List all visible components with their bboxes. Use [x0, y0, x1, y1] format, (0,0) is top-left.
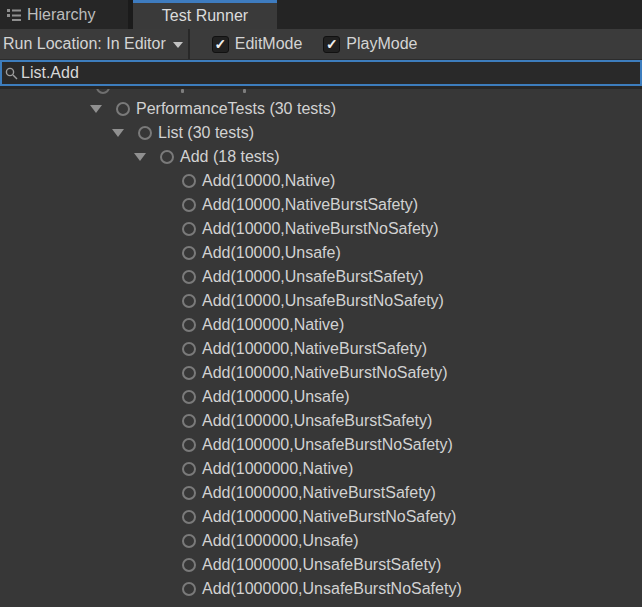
tree-node-label: Add(1000000,Native)	[202, 460, 353, 478]
tree-node-label: Add(10000,Native)	[202, 172, 335, 190]
test-status-circle-icon	[182, 462, 196, 476]
test-status-circle-icon	[116, 102, 130, 116]
search-icon	[5, 67, 18, 80]
tree-node-label: Add(100000,Native)	[202, 316, 344, 334]
test-tree[interactable]: PerformanceTests (30 tests) List (30 tes…	[0, 86, 642, 607]
editmode-toggle[interactable]: ✓ EditMode	[212, 35, 303, 53]
test-status-circle-icon	[182, 198, 196, 212]
triangle-down-icon[interactable]	[90, 105, 102, 113]
tree-node-label: Add(100000,NativeBurstSafety)	[202, 340, 427, 358]
foldout-container[interactable]	[133, 153, 147, 161]
tree-node-label: Add(100000,Unsafe)	[202, 388, 350, 406]
test-status-circle-icon	[182, 534, 196, 548]
tree-row[interactable]: Add(100000,UnsafeBurstSafety)	[0, 409, 642, 433]
tree-row[interactable]: Add(1000000,UnsafeBurstNoSafety)	[0, 577, 642, 601]
tree-row[interactable]: Add(100000,Native)	[0, 313, 642, 337]
tab-test-runner[interactable]: Test Runner	[133, 0, 277, 29]
tree-node-label: Add(10000,Unsafe)	[202, 244, 341, 262]
editmode-label: EditMode	[235, 35, 303, 53]
tree-row[interactable]: Add(10000,UnsafeBurstSafety)	[0, 265, 642, 289]
search-input-value: List.Add	[21, 64, 79, 82]
toolbar-divider	[188, 29, 190, 59]
playmode-toggle[interactable]: ✓ PlayMode	[323, 35, 417, 53]
test-runner-toolbar: Run Location: In Editor ✓ EditMode ✓ Pla…	[0, 29, 642, 59]
tree-node-label: Add(1000000,NativeBurstSafety)	[202, 484, 436, 502]
test-status-circle-icon	[182, 318, 196, 332]
triangle-down-icon[interactable]	[134, 153, 146, 161]
tree-row[interactable]: Add(10000,Unsafe)	[0, 241, 642, 265]
tab-hierarchy-label: Hierarchy	[27, 6, 95, 24]
tree-node-label: Add(100000,NativeBurstNoSafety)	[202, 364, 447, 382]
run-location-label: Run Location: In Editor	[3, 35, 166, 53]
test-status-circle-icon	[160, 150, 174, 164]
tree-row[interactable]: Add(10000,UnsafeBurstNoSafety)	[0, 289, 642, 313]
tree-row[interactable]: PerformanceTests (30 tests)	[0, 97, 642, 121]
tree-row[interactable]: Add(100000,NativeBurstNoSafety)	[0, 361, 642, 385]
tree-row[interactable]: Add(10000,NativeBurstNoSafety)	[0, 217, 642, 241]
triangle-down-icon[interactable]	[112, 129, 124, 137]
tree-node-label: Add (18 tests)	[180, 148, 280, 166]
checkmark-icon: ✓	[326, 37, 338, 51]
tree-node-label: Add(1000000,Unsafe)	[202, 532, 359, 550]
tree-node-label: Add(10000,NativeBurstNoSafety)	[202, 220, 439, 238]
clipped-row-status-icon	[96, 86, 110, 94]
test-status-circle-icon	[182, 174, 196, 188]
tree-row[interactable]: Add(1000000,NativeBurstNoSafety)	[0, 505, 642, 529]
tree-node-label: Add(100000,UnsafeBurstNoSafety)	[202, 436, 453, 454]
foldout-container[interactable]	[111, 129, 125, 137]
test-status-circle-icon	[182, 414, 196, 428]
tree-row[interactable]: Add(10000,NativeBurstSafety)	[0, 193, 642, 217]
test-status-circle-icon	[182, 294, 196, 308]
test-status-circle-icon	[182, 270, 196, 284]
test-status-circle-icon	[182, 366, 196, 380]
tree-rows: PerformanceTests (30 tests) List (30 tes…	[0, 97, 642, 601]
tree-row[interactable]: Add(1000000,UnsafeBurstSafety)	[0, 553, 642, 577]
tree-node-label: Add(1000000,NativeBurstNoSafety)	[202, 508, 456, 526]
hierarchy-list-icon	[7, 8, 21, 21]
test-status-circle-icon	[182, 558, 196, 572]
tree-row[interactable]: Add(100000,NativeBurstSafety)	[0, 337, 642, 361]
caret-down-icon	[173, 42, 183, 48]
tree-row[interactable]: List (30 tests)	[0, 121, 642, 145]
test-status-circle-icon	[182, 222, 196, 236]
tree-node-label: Add(10000,UnsafeBurstNoSafety)	[202, 292, 444, 310]
test-status-circle-icon	[182, 390, 196, 404]
tree-node-label: Add(10000,NativeBurstSafety)	[202, 196, 418, 214]
test-status-circle-icon	[182, 486, 196, 500]
tree-node-label: Add(10000,UnsafeBurstSafety)	[202, 268, 423, 286]
run-location-dropdown[interactable]: Run Location: In Editor	[0, 35, 183, 53]
tab-test-runner-label: Test Runner	[162, 7, 248, 25]
tab-bar: Hierarchy Test Runner	[0, 0, 642, 29]
tree-row[interactable]: Add(10000,Native)	[0, 169, 642, 193]
tree-node-label: Add(100000,UnsafeBurstSafety)	[202, 412, 432, 430]
editmode-checkbox[interactable]: ✓	[212, 36, 229, 53]
playmode-checkbox[interactable]: ✓	[323, 36, 340, 53]
foldout-container[interactable]	[89, 105, 103, 113]
tree-row[interactable]: Add (18 tests)	[0, 145, 642, 169]
tree-row[interactable]: Add(1000000,Native)	[0, 457, 642, 481]
test-status-circle-icon	[138, 126, 152, 140]
playmode-label: PlayMode	[346, 35, 417, 53]
tree-node-label: PerformanceTests (30 tests)	[136, 100, 336, 118]
checkmark-icon: ✓	[214, 37, 226, 51]
tree-row[interactable]: Add(1000000,Unsafe)	[0, 529, 642, 553]
tree-node-label: Add(1000000,UnsafeBurstNoSafety)	[202, 580, 462, 598]
search-field[interactable]: List.Add	[0, 60, 642, 86]
test-status-circle-icon	[182, 342, 196, 356]
test-status-circle-icon	[182, 582, 196, 596]
tree-row[interactable]: Add(100000,UnsafeBurstNoSafety)	[0, 433, 642, 457]
tab-hierarchy[interactable]: Hierarchy	[0, 0, 128, 29]
tree-row[interactable]: Add(100000,Unsafe)	[0, 385, 642, 409]
tree-node-label: Add(1000000,UnsafeBurstSafety)	[202, 556, 441, 574]
clipped-row-text-fragment	[181, 89, 184, 93]
test-status-circle-icon	[182, 510, 196, 524]
tree-node-label: List (30 tests)	[158, 124, 254, 142]
tree-row[interactable]: Add(1000000,NativeBurstSafety)	[0, 481, 642, 505]
test-status-circle-icon	[182, 246, 196, 260]
clipped-row-text-fragment	[243, 89, 246, 93]
test-status-circle-icon	[182, 438, 196, 452]
